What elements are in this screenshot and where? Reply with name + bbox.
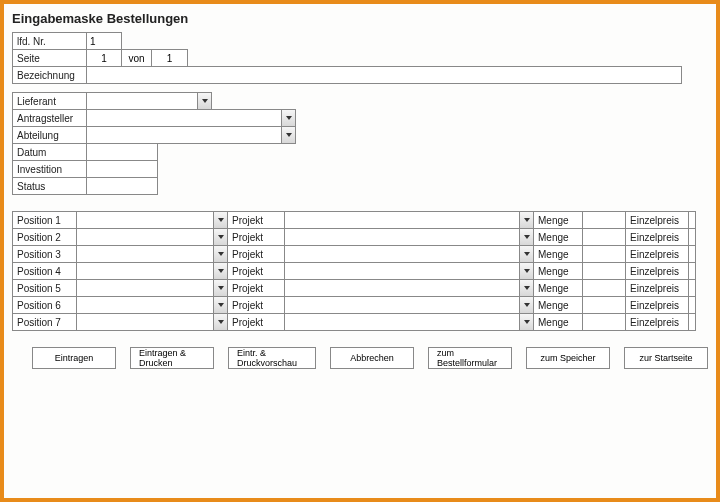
chevron-down-icon (519, 212, 533, 228)
eintragen-drucken-button[interactable]: Eintragen & Drucken (130, 347, 214, 369)
chevron-down-icon (213, 246, 227, 262)
investition-field[interactable] (86, 160, 158, 178)
position-label: Position 1 (12, 211, 76, 229)
projekt-label: Projekt (228, 313, 284, 331)
abteilung-combo[interactable] (86, 126, 296, 144)
status-field[interactable] (86, 177, 158, 195)
bezeichnung-label: Bezeichnung (12, 66, 86, 84)
position-combo[interactable] (76, 313, 228, 331)
projekt-combo[interactable] (284, 245, 534, 263)
chevron-down-icon (213, 314, 227, 330)
chevron-down-icon (519, 246, 533, 262)
eintr-druckvorschau-button[interactable]: Eintr. & Druckvorschau (228, 347, 316, 369)
projekt-label: Projekt (228, 296, 284, 314)
positions-grid: Position 1ProjektMengeEinzelpreisPositio… (12, 211, 708, 331)
menge-label: Menge (534, 262, 582, 280)
einzelpreis-label: Einzelpreis (626, 262, 688, 280)
projekt-combo[interactable] (284, 211, 534, 229)
projekt-label: Projekt (228, 262, 284, 280)
position-label: Position 2 (12, 228, 76, 246)
position-label: Position 3 (12, 245, 76, 263)
projekt-combo[interactable] (284, 296, 534, 314)
menge-field[interactable] (582, 245, 626, 263)
einzelpreis-field[interactable] (688, 296, 696, 314)
chevron-down-icon (213, 263, 227, 279)
projekt-combo[interactable] (284, 262, 534, 280)
position-combo[interactable] (76, 262, 228, 280)
position-row: Position 4ProjektMengeEinzelpreis (12, 262, 708, 280)
chevron-down-icon (519, 229, 533, 245)
menge-field[interactable] (582, 228, 626, 246)
menge-field[interactable] (582, 279, 626, 297)
einzelpreis-label: Einzelpreis (626, 211, 688, 229)
menge-field[interactable] (582, 211, 626, 229)
chevron-down-icon (519, 314, 533, 330)
position-label: Position 5 (12, 279, 76, 297)
seite-total: 1 (152, 49, 188, 67)
einzelpreis-field[interactable] (688, 211, 696, 229)
position-combo[interactable] (76, 296, 228, 314)
datum-label: Datum (12, 143, 86, 161)
einzelpreis-label: Einzelpreis (626, 279, 688, 297)
abbrechen-button[interactable]: Abbrechen (330, 347, 414, 369)
einzelpreis-field[interactable] (688, 313, 696, 331)
seite-von-label: von (122, 49, 152, 67)
zum-speicher-button[interactable]: zum Speicher (526, 347, 610, 369)
lieferant-combo[interactable] (86, 92, 212, 110)
projekt-combo[interactable] (284, 228, 534, 246)
position-row: Position 7ProjektMengeEinzelpreis (12, 313, 708, 331)
investition-label: Investition (12, 160, 86, 178)
chevron-down-icon (197, 93, 211, 109)
projekt-label: Projekt (228, 228, 284, 246)
einzelpreis-label: Einzelpreis (626, 296, 688, 314)
position-combo[interactable] (76, 245, 228, 263)
position-row: Position 1ProjektMengeEinzelpreis (12, 211, 708, 229)
antragsteller-label: Antragsteller (12, 109, 86, 127)
eintragen-button[interactable]: Eintragen (32, 347, 116, 369)
zur-startseite-button[interactable]: zur Startseite (624, 347, 708, 369)
chevron-down-icon (213, 297, 227, 313)
chevron-down-icon (281, 110, 295, 126)
page-title: Eingabemaske Bestellungen (12, 11, 708, 26)
position-combo[interactable] (76, 211, 228, 229)
projekt-label: Projekt (228, 279, 284, 297)
einzelpreis-field[interactable] (688, 279, 696, 297)
position-label: Position 6 (12, 296, 76, 314)
einzelpreis-label: Einzelpreis (626, 245, 688, 263)
menge-field[interactable] (582, 262, 626, 280)
zum-bestellformular-button[interactable]: zum Bestellformular (428, 347, 512, 369)
abteilung-label: Abteilung (12, 126, 86, 144)
lfd-nr-field[interactable]: 1 (86, 32, 122, 50)
projekt-combo[interactable] (284, 279, 534, 297)
button-bar: Eintragen Eintragen & Drucken Eintr. & D… (12, 347, 708, 369)
projekt-label: Projekt (228, 245, 284, 263)
lieferant-label: Lieferant (12, 92, 86, 110)
menge-label: Menge (534, 313, 582, 331)
seite-label: Seite (12, 49, 86, 67)
chevron-down-icon (213, 229, 227, 245)
position-combo[interactable] (76, 228, 228, 246)
chevron-down-icon (213, 280, 227, 296)
menge-label: Menge (534, 279, 582, 297)
menge-label: Menge (534, 211, 582, 229)
menge-field[interactable] (582, 296, 626, 314)
projekt-combo[interactable] (284, 313, 534, 331)
bezeichnung-field[interactable] (86, 66, 682, 84)
einzelpreis-field[interactable] (688, 262, 696, 280)
menge-field[interactable] (582, 313, 626, 331)
einzelpreis-label: Einzelpreis (626, 228, 688, 246)
status-label: Status (12, 177, 86, 195)
chevron-down-icon (213, 212, 227, 228)
position-label: Position 4 (12, 262, 76, 280)
einzelpreis-field[interactable] (688, 228, 696, 246)
position-combo[interactable] (76, 279, 228, 297)
antragsteller-combo[interactable] (86, 109, 296, 127)
chevron-down-icon (519, 280, 533, 296)
chevron-down-icon (519, 297, 533, 313)
einzelpreis-field[interactable] (688, 245, 696, 263)
menge-label: Menge (534, 228, 582, 246)
einzelpreis-label: Einzelpreis (626, 313, 688, 331)
datum-field[interactable] (86, 143, 158, 161)
position-row: Position 5ProjektMengeEinzelpreis (12, 279, 708, 297)
menge-label: Menge (534, 245, 582, 263)
